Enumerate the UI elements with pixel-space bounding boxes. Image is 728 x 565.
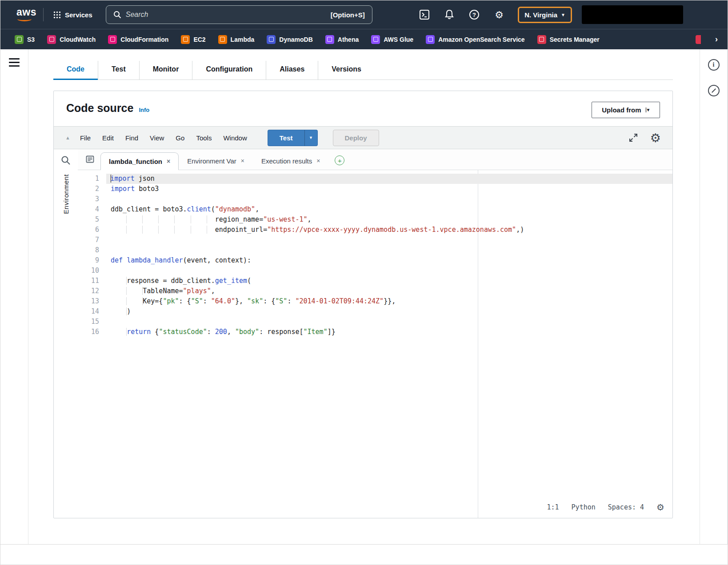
line-content[interactable] [106,235,672,245]
hamburger-menu-icon[interactable] [9,58,20,544]
menu-go[interactable]: Go [176,134,184,142]
menu-window[interactable]: Window [223,134,247,142]
environment-panel-label[interactable]: Environment [62,174,70,214]
fullscreen-button[interactable] [628,132,639,143]
tab-monitor[interactable]: Monitor [139,61,192,80]
collapse-toolbar-icon[interactable]: ▲ [65,135,70,140]
line-content[interactable]: ddb_client = boto3.client("dynamodb", [106,204,672,215]
tab-configuration[interactable]: Configuration [192,61,266,80]
menu-view[interactable]: View [150,134,164,142]
s3-icon [15,35,24,44]
favorites-item[interactable]: CloudWatch [47,35,96,44]
close-tab-icon[interactable]: × [241,157,244,164]
editor-settings-button[interactable]: ⚙ [650,131,661,145]
favorites-item[interactable]: Athena [325,35,359,44]
line-content[interactable] [106,266,672,276]
line-number: 14 [78,306,106,317]
line-content[interactable]: import json [106,174,672,184]
code-line: 15 [78,317,672,327]
notifications-button[interactable] [440,6,458,24]
file-tab-execution-results[interactable]: Execution results× [253,152,328,170]
favorites-item[interactable]: CloudFormation [108,35,168,44]
line-content[interactable]: response = ddb_client.get_item( [106,276,672,286]
services-button[interactable]: Services [50,8,96,21]
indentation-setting[interactable]: Spaces: 4 [608,502,644,513]
account-menu-redacted[interactable] [582,5,683,24]
favorites-item[interactable]: DynamoDB [267,35,312,44]
menu-edit[interactable]: Edit [102,134,114,142]
line-number: 1 [78,174,106,184]
code-token [111,328,127,336]
favorites-item[interactable]: EC2 [181,35,205,44]
test-button[interactable]: Test [268,130,304,146]
line-number: 6 [78,225,106,235]
settings-button[interactable]: ⚙ [490,6,508,24]
menu-find[interactable]: Find [125,134,138,142]
search-input[interactable]: Search [Option+S] [106,5,372,24]
close-tab-icon[interactable]: × [316,157,320,164]
right-tool-rail: i [700,49,728,544]
tab-list-icon[interactable] [86,155,94,163]
favorites-item[interactable]: S3 [15,35,35,44]
line-content[interactable]: import boto3 [106,184,672,194]
line-number: 7 [78,235,106,245]
file-tab-environment-var[interactable]: Environment Var× [179,152,253,170]
add-tab-button[interactable]: + [335,155,344,165]
aws-logo[interactable]: aws [14,7,37,22]
svg-text:?: ? [472,12,476,18]
language-mode[interactable]: Python [572,502,596,513]
tab-versions[interactable]: Versions [318,61,375,80]
search-shortcut-hint: [Option+S] [331,11,365,19]
code-token: ( [247,277,251,285]
editor-search-button[interactable] [61,155,71,165]
upload-from-button[interactable]: Upload from ▼ [592,102,660,118]
status-gear-icon[interactable]: ⚙ [656,502,664,513]
fullscreen-expand-icon [628,132,639,143]
line-content[interactable]: region_name="us-west-1", [106,215,672,225]
cursor-position[interactable]: 1:1 [547,502,559,513]
help-panel-icon[interactable]: i [708,59,720,71]
code-line: 9def lambda_handler(event, context): [78,255,672,266]
line-content[interactable]: TableName="plays", [106,286,672,296]
favorites-item-label: CloudFormation [120,36,168,43]
tab-test[interactable]: Test [98,61,139,80]
favorites-item[interactable]: Secrets Manager [537,35,600,44]
line-content[interactable]: def lambda_handler(event, context): [106,255,672,266]
menu-file[interactable]: File [80,134,91,142]
tab-aliases[interactable]: Aliases [266,61,318,80]
line-content[interactable] [106,317,672,327]
code-token: , [227,328,235,336]
line-number: 10 [78,266,106,276]
help-button[interactable]: ? [465,6,483,24]
favorites-overflow-chevron-icon[interactable]: › [713,35,720,44]
line-content[interactable]: ) [106,306,672,317]
code-token: import [111,175,135,183]
favorites-item[interactable]: AWS Glue [371,35,413,44]
code-line: 16 return {"statusCode": 200, "body": re… [78,327,672,337]
close-tab-icon[interactable]: × [167,158,170,165]
favorites-item-label: Amazon OpenSearch Service [438,36,525,43]
favorites-item[interactable]: Lambda [218,35,255,44]
line-content[interactable] [106,245,672,255]
line-content[interactable]: endpoint_url="https://vpce-xxxx-yyyy.dyn… [106,225,672,235]
line-content[interactable]: Key={"pk": {"S": "64.0"}, "sk": {"S": "2… [106,296,672,306]
favorites-item[interactable]: Amazon OpenSearch Service [426,35,525,44]
search-placeholder: Search [126,11,326,19]
tab-code[interactable]: Code [53,61,98,80]
cloudshell-button[interactable] [416,6,433,24]
code-token: ) [127,307,131,315]
editor-main: lambda_function×Environment Var×Executio… [78,149,672,518]
region-selector[interactable]: N. Virginia ▼ [518,7,572,23]
lambda-icon [218,35,227,44]
line-content[interactable]: return {"statusCode": 200, "body": respo… [106,327,672,337]
menu-tools[interactable]: Tools [196,134,212,142]
deploy-button[interactable]: Deploy [333,130,379,146]
aws-logo-smile [17,17,32,21]
file-tab-lambda_function[interactable]: lambda_function× [100,152,179,170]
code-area[interactable]: 1import json2import boto334ddb_client = … [78,170,672,518]
test-dropdown-button[interactable]: ▼ [304,130,318,146]
line-content[interactable] [106,194,672,204]
tools-panel-icon[interactable] [708,85,720,96]
function-tabs: CodeTestMonitorConfigurationAliasesVersi… [53,61,673,80]
info-link[interactable]: Info [139,107,149,113]
